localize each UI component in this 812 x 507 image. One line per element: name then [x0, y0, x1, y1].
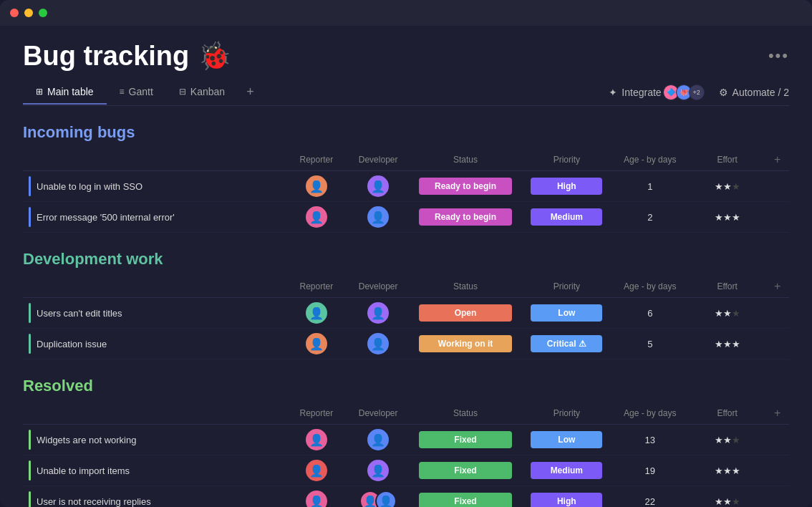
maximize-button[interactable]: [39, 9, 47, 17]
reporter-avatar: 👤: [291, 491, 342, 507]
more-options-button[interactable]: •••: [768, 47, 789, 65]
reporter-avatar-img: 👤: [306, 491, 327, 507]
priority-badge[interactable]: High: [531, 493, 602, 507]
reporter-avatar-img: 👤: [306, 429, 327, 450]
developer-avatar-img: 👤: [367, 333, 389, 354]
row-status[interactable]: Ready to begin: [409, 202, 521, 233]
automate-button[interactable]: ⚙ Automate / 2: [719, 87, 789, 98]
row-name-container: Unable to import items: [29, 460, 280, 481]
kanban-icon: ⊟: [179, 87, 186, 97]
row-name: User is not receiving replies: [37, 496, 151, 507]
tab-gantt[interactable]: ≡ Gantt: [107, 80, 166, 105]
priority-badge[interactable]: High: [531, 178, 602, 195]
row-status[interactable]: Open: [409, 298, 521, 329]
col-header-reporter: Reporter: [286, 149, 347, 171]
row-effort: ★★★: [689, 202, 766, 233]
reporter-avatar: 👤: [291, 302, 342, 324]
row-reporter: 👤: [286, 486, 347, 508]
add-column-button[interactable]: +: [774, 407, 780, 420]
row-status[interactable]: Working on it: [409, 329, 521, 359]
table-row: Error message '500 internal error' 👤👤Rea…: [23, 202, 789, 233]
integrate-button[interactable]: ✦ Integrate 🔷 🐙 +2: [609, 84, 704, 100]
row-developer: 👤: [347, 298, 409, 329]
row-priority[interactable]: Medium: [522, 202, 612, 233]
status-badge[interactable]: Fixed: [419, 493, 512, 507]
priority-badge[interactable]: Low: [531, 431, 602, 448]
row-priority[interactable]: Critical ⚠: [522, 329, 612, 359]
row-add: [766, 486, 789, 508]
col-header-reporter: Reporter: [286, 276, 347, 298]
status-badge[interactable]: Fixed: [419, 431, 512, 448]
col-header-name: [23, 402, 286, 425]
priority-badge[interactable]: Critical ⚠: [531, 335, 602, 352]
row-bar: [29, 303, 31, 323]
row-age: 19: [612, 455, 689, 486]
row-priority[interactable]: Medium: [522, 455, 612, 486]
col-header-developer: Developer: [347, 149, 409, 171]
row-name-cell: Unable to log in with SSO: [23, 171, 286, 202]
row-add: [766, 425, 789, 455]
priority-badge[interactable]: Medium: [531, 462, 602, 479]
tab-kanban[interactable]: ⊟ Kanban: [166, 80, 238, 105]
row-developer: 👤: [347, 329, 409, 359]
row-status[interactable]: Ready to begin: [409, 171, 521, 202]
row-effort: ★★★: [689, 171, 766, 202]
developer-avatar-img: 👤: [367, 302, 389, 324]
section-resolved: ResolvedReporterDeveloperStatusPriorityA…: [23, 377, 789, 507]
status-badge[interactable]: Fixed: [419, 462, 512, 479]
close-button[interactable]: [10, 9, 19, 17]
row-bar: [29, 491, 31, 507]
reporter-avatar: 👤: [291, 175, 342, 197]
row-priority[interactable]: Low: [522, 425, 612, 455]
tab-main-table[interactable]: ⊞ Main table: [23, 80, 107, 105]
status-badge[interactable]: Open: [419, 304, 512, 322]
table-row: Users can't edit titles 👤👤OpenLow6★★★: [23, 298, 789, 329]
row-bar: [29, 334, 31, 354]
add-column-button[interactable]: +: [774, 153, 780, 166]
add-column-button[interactable]: +: [774, 280, 780, 293]
row-name-cell: Widgets are not working: [23, 425, 286, 455]
row-add: [766, 298, 789, 329]
row-effort: ★★★: [689, 425, 766, 455]
col-header-status: Status: [409, 402, 521, 425]
developer-avatar: 👤: [353, 333, 403, 354]
reporter-avatar: 👤: [291, 460, 342, 481]
developer-avatar-img: 👤: [367, 460, 389, 481]
integrate-icon: ✦: [609, 87, 617, 98]
minimize-button[interactable]: [24, 9, 33, 17]
row-priority[interactable]: High: [522, 171, 612, 202]
add-tab-button[interactable]: +: [238, 79, 263, 105]
row-status[interactable]: Fixed: [409, 486, 521, 508]
row-effort: ★★★: [689, 329, 766, 359]
developer-avatar-2: 👤: [375, 491, 397, 507]
status-badge[interactable]: Working on it: [419, 335, 512, 352]
status-badge[interactable]: Ready to begin: [419, 208, 512, 226]
row-bar: [29, 207, 31, 227]
row-name: Widgets are not working: [37, 435, 136, 445]
col-header-age: Age - by days: [612, 276, 689, 298]
priority-badge[interactable]: Medium: [531, 208, 602, 226]
developer-avatar: 👤: [353, 302, 403, 324]
table-development: ReporterDeveloperStatusPriorityAge - by …: [23, 276, 789, 359]
reporter-avatar-img: 👤: [306, 175, 327, 197]
row-priority[interactable]: Low: [522, 298, 612, 329]
table-row: Unable to import items 👤👤FixedMedium19★★…: [23, 455, 789, 486]
title-emoji: 🐞: [198, 40, 231, 72]
row-add: [766, 329, 789, 359]
app-window: Bug tracking 🐞 ••• ⊞ Main table ≡ Gantt …: [0, 0, 812, 507]
row-developer: 👤: [347, 171, 409, 202]
developer-avatar: 👤: [353, 429, 403, 450]
col-header-add: +: [766, 402, 789, 425]
row-status[interactable]: Fixed: [409, 425, 521, 455]
page-header: Bug tracking 🐞 •••: [23, 40, 789, 72]
status-badge[interactable]: Ready to begin: [419, 178, 512, 195]
reporter-avatar: 👤: [291, 429, 342, 450]
row-priority[interactable]: High: [522, 486, 612, 508]
row-name-container: Widgets are not working: [29, 430, 280, 450]
col-header-age: Age - by days: [612, 149, 689, 171]
row-status[interactable]: Fixed: [409, 455, 521, 486]
row-name-cell: Duplication issue: [23, 329, 286, 359]
section-title-incoming: Incoming bugs: [23, 123, 789, 142]
priority-badge[interactable]: Low: [531, 304, 602, 322]
row-reporter: 👤: [286, 171, 347, 202]
